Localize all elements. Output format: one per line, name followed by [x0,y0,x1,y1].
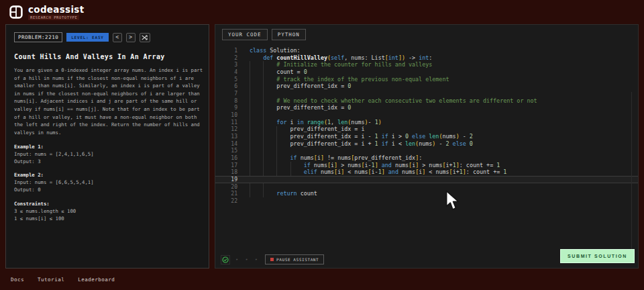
code-line-19[interactable]: 19 [215,176,638,183]
problem-title: Count Hills And Valleys In An Array [14,53,201,60]
stop-icon [270,258,274,261]
code-line-7[interactable]: 7 [215,90,638,97]
status-dots: • • • [235,257,260,262]
code-line-9[interactable]: 9 prev_different_idx = 0 [215,104,638,111]
example-block-2: Example 2:Input: nums = [6,6,5,5,4,1]Out… [14,171,201,193]
example-label: Example 1: [14,143,201,150]
description-line: smaller than nums[i]. Similarly, an inde… [14,82,201,90]
editor-tabs: YOUR CODEPYTHON [222,29,306,40]
code-line-14[interactable]: 14 prev_different_idx = i + 1 if i < len… [215,140,638,148]
line-content: # track the index of the previous non-eq… [250,76,449,83]
line-content: prev_different_idx = 0 [250,83,351,89]
app-logo: codeassist RESEARCH PROTOTYPE [9,5,84,20]
description-line: the left and right of the index. Return … [14,121,201,129]
description-line: of a hill in nums if the closest non-equ… [14,75,201,83]
code-line-10[interactable]: 10 [215,111,638,119]
line-number: 22 [215,198,237,205]
editor-statusbar: • • • PAUSE ASSISTANT [221,254,324,264]
brand-name: codeassist [28,5,84,14]
footer: DocsTutorialLeaderboard [0,269,644,290]
prev-problem-button[interactable]: < [113,33,122,42]
line-content: elif nums[i] < nums[i-1] and nums[i] < n… [250,168,506,175]
code-editor[interactable]: 1class Solution:2 def countHillValley(se… [215,47,638,205]
code-line-8[interactable]: 8 # We need to check whether each consec… [215,97,638,105]
problem-id-badge: PROBLEM:2210 [14,32,62,42]
code-line-6[interactable]: 6 prev_different_idx = 0 [215,83,638,90]
code-line-12[interactable]: 12 prev_different_idx = i [215,126,638,133]
pause-assistant-button[interactable]: PAUSE ASSISTANT [265,254,324,264]
code-line-15[interactable]: 15 [215,147,638,154]
tab-your-code[interactable]: YOUR CODE [222,29,268,40]
level-badge: LEVEL: EASY [66,33,109,42]
line-content: for i in range(1, len(nums)- 1) [250,119,382,126]
code-line-4[interactable]: 4 count = 0 [215,68,638,76]
line-content: # We need to check whether each consecut… [250,97,537,104]
problem-toolbar: PROBLEM:2210 LEVEL: EASY < > [14,32,201,42]
constraints-label: Constraints: [14,200,201,207]
problem-panel: PROBLEM:2210 LEVEL: EASY < > Count Hills… [5,24,209,269]
code-line-1[interactable]: 1class Solution: [215,47,638,54]
line-content: return count [250,190,317,197]
example-line: Output: 0 [14,186,201,193]
app-header: codeassist RESEARCH PROTOTYPE [0,0,644,24]
line-content: prev_different_idx = i [250,126,364,132]
example-line: Output: 3 [14,158,201,165]
page: codeassist RESEARCH PROTOTYPE PROBLEM:22… [0,0,644,290]
problem-description: You are given a 0-indexed integer array … [14,66,201,136]
pause-assistant-label: PAUSE ASSISTANT [276,257,319,262]
code-line-18[interactable]: 18 elif nums[i] < nums[i-1] and nums[i] … [215,168,638,176]
constraint-item: 3 ≤ nums.length ≤ 100 [14,207,201,215]
description-line: of a hill or valley, it must have a non-… [14,113,201,122]
code-line-2[interactable]: 2 def countHillValley(self, nums: List[i… [215,54,638,62]
description-line: valleys in nums. [14,129,201,137]
problem-examples: Example 1:Input: nums = [2,4,1,1,6,5]Out… [14,143,201,193]
line-content: if nums[i] != nums[prev_different_idx]: [250,154,422,161]
footer-links: DocsTutorialLeaderboard [11,277,115,283]
code-line-17[interactable]: 17 if nums[i] > nums[i-1] and nums[i] > … [215,162,638,169]
next-problem-button[interactable]: > [126,33,136,42]
tab-python[interactable]: PYTHON [272,29,306,40]
footer-link-leaderboard[interactable]: Leaderboard [78,277,115,283]
brand-tagline: RESEARCH PROTOTYPE [28,15,79,20]
editor-scrollbar[interactable] [631,92,632,261]
shuffle-icon [142,35,148,40]
editor-panel: YOUR CODEPYTHON 1class Solution:2 def co… [215,24,639,269]
problem-constraints: Constraints: 3 ≤ nums.length ≤ 1001 ≤ nu… [14,200,201,222]
logo-icon [9,5,23,19]
assistant-status [221,255,230,264]
footer-link-docs[interactable]: Docs [11,277,24,283]
constraint-item: 1 ≤ nums[i] ≤ 100 [14,215,201,222]
submit-solution-button[interactable]: SUBMIT SOLUTION [560,249,635,263]
line-content: if nums[i] > nums[i-1] and nums[i] > num… [250,162,500,168]
description-line: You are given a 0-indexed integer array … [14,66,201,75]
example-label: Example 2: [14,171,201,179]
code-line-13[interactable]: 13 prev_different_idx = i - 1 if i > 0 e… [215,133,638,140]
code-line-22[interactable]: 22 [215,197,638,205]
description-line: in nums if the closest non-equal neighbo… [14,90,201,98]
constraints-list: 3 ≤ nums.length ≤ 1001 ≤ nums[i] ≤ 100 [14,207,201,222]
code-line-3[interactable]: 3 # Initialize the counter for hills and… [215,61,638,68]
code-line-21[interactable]: 21 return count [215,190,638,197]
line-content: prev_different_idx = i - 1 if i > 0 else… [250,133,473,140]
code-line-16[interactable]: 16 if nums[i] != nums[prev_different_idx… [215,154,638,162]
line-content: class Solution: [250,47,301,54]
line-content: count = 0 [250,68,307,75]
example-block-1: Example 1:Input: nums = [2,4,1,1,6,5]Out… [14,143,201,165]
check-circle-icon [222,256,229,263]
line-content: prev_different_idx = 0 [250,104,351,111]
random-problem-button[interactable] [140,33,150,42]
line-content: prev_different_idx = i + 1 if i < len(nu… [250,140,473,147]
code-line-20[interactable]: 20 [215,183,638,191]
example-line: Input: nums = [6,6,5,5,4,1] [14,179,201,186]
footer-link-tutorial[interactable]: Tutorial [38,277,64,283]
description-line: valley if nums[i] == nums[j]. Note that … [14,105,201,113]
example-line: Input: nums = [2,4,1,1,6,5] [14,150,201,158]
code-line-11[interactable]: 11 for i in range(1, len(nums)- 1) [215,119,638,126]
code-line-5[interactable]: 5 # track the index of the previous non-… [215,76,638,83]
line-content: # Initialize the counter for hills and v… [250,61,432,68]
line-content: def countHillValley(self, nums: List[int… [250,54,432,61]
description-line: nums[i]. Adjacent indices i and j are pa… [14,97,201,105]
